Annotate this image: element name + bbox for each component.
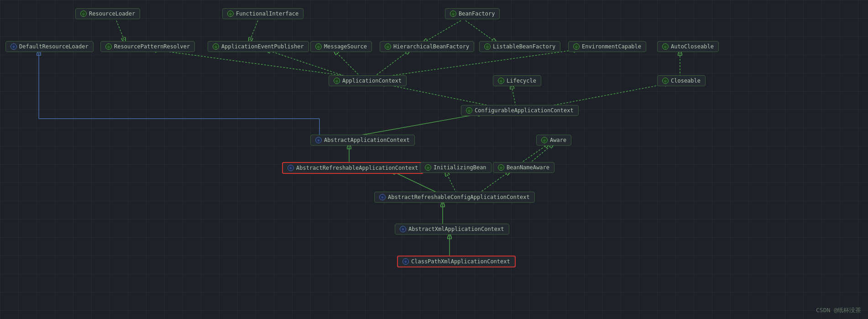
node-label-resource-pattern-resolver: ResourcePatternResolver [114, 43, 190, 50]
node-icon-abstract-xml-application-context: ⊕ [400, 226, 406, 232]
node-icon-application-event-publisher: ◎ [213, 43, 219, 50]
node-label-default-resource-loader: DefaultResourceLoader [19, 43, 89, 50]
node-icon-aware: ◎ [541, 137, 548, 143]
node-icon-environment-capable: ◎ [573, 43, 580, 50]
node-message-source[interactable]: ◎ MessageSource [310, 41, 372, 52]
svg-line-9 [333, 49, 361, 77]
node-label-initializing-bean: InitializingBean [434, 164, 486, 171]
node-environment-capable[interactable]: ◎ EnvironmentCapable [568, 41, 646, 52]
node-label-closeable: Closeable [671, 78, 701, 84]
node-icon-message-source: ◎ [315, 43, 322, 50]
node-application-context[interactable]: ◎ ApplicationContext [329, 75, 407, 86]
node-label-application-context: ApplicationContext [342, 78, 402, 84]
svg-line-5 [422, 21, 461, 43]
node-icon-abstract-refreshable-config-application-context: ⊕ [379, 194, 386, 200]
node-abstract-application-context[interactable]: ⊕ AbstractApplicationContext [310, 135, 415, 146]
svg-line-24 [445, 170, 456, 193]
node-label-aware: Aware [550, 137, 566, 143]
node-label-message-source: MessageSource [324, 43, 367, 50]
node-icon-lifecycle: ◎ [498, 78, 504, 84]
svg-line-7 [151, 49, 351, 77]
svg-line-25 [479, 170, 511, 193]
node-label-class-path-xml-application-context: ClassPathXmlApplicationContext [411, 258, 510, 265]
node-application-event-publisher[interactable]: ◎ ApplicationEventPublisher [208, 41, 309, 52]
node-label-bean-name-aware: BeanNameAware [507, 164, 549, 171]
svg-line-21 [529, 143, 554, 163]
node-bean-factory[interactable]: ◎ BeanFactory [445, 8, 500, 19]
node-label-application-event-publisher: ApplicationEventPublisher [221, 43, 304, 50]
node-abstract-refreshable-application-context[interactable]: ⊕ AbstractRefreshableApplicationContext [282, 162, 424, 174]
node-auto-closeable[interactable]: ◎ AutoCloseable [657, 41, 719, 52]
node-icon-bean-factory: ◎ [450, 10, 456, 17]
node-icon-abstract-application-context: ⊕ [315, 137, 322, 143]
node-closeable[interactable]: ◎ Closeable [657, 75, 706, 86]
node-label-abstract-refreshable-config-application-context: AbstractRefreshableConfigApplicationCont… [388, 194, 530, 200]
node-label-resource-loader: ResourceLoader [89, 10, 135, 17]
node-label-abstract-xml-application-context: AbstractXmlApplicationContext [408, 226, 504, 232]
node-icon-auto-closeable: ◎ [662, 43, 669, 50]
node-label-functional-interface: FunctionalInterface [236, 10, 298, 17]
node-bean-name-aware[interactable]: ◎ BeanNameAware [493, 162, 554, 173]
node-icon-resource-loader: ◎ [80, 10, 87, 17]
svg-line-14 [511, 83, 516, 106]
node-configurable-application-context[interactable]: ◎ ConfigurableApplicationContext [461, 105, 579, 116]
node-icon-listable-bean-factory: ◎ [484, 43, 491, 50]
svg-line-10 [374, 49, 411, 77]
node-icon-hierarchical-bean-factory: ◎ [385, 43, 391, 50]
node-label-hierarchical-bean-factory: HierarchicalBeanFactory [393, 43, 469, 50]
node-icon-functional-interface: ◎ [227, 10, 234, 17]
node-label-bean-factory: BeanFactory [459, 10, 495, 17]
svg-line-15 [548, 83, 671, 106]
node-listable-bean-factory[interactable]: ◎ ListableBeanFactory [479, 41, 560, 52]
node-icon-class-path-xml-application-context: ⊕ [403, 258, 409, 265]
node-label-abstract-application-context: AbstractApplicationContext [324, 137, 410, 143]
node-icon-application-context: ◎ [334, 78, 340, 84]
node-icon-bean-name-aware: ◎ [498, 164, 504, 171]
node-label-configurable-application-context: ConfigurableApplicationContext [475, 107, 574, 114]
node-icon-configurable-application-context: ◎ [466, 107, 472, 114]
node-initializing-bean[interactable]: ◎ InitializingBean [420, 162, 492, 173]
svg-line-6 [465, 21, 497, 43]
svg-line-16 [356, 113, 484, 136]
node-functional-interface[interactable]: ◎ FunctionalInterface [222, 8, 303, 19]
watermark: CSDN @纸杯没茶 [816, 306, 861, 314]
node-resource-loader[interactable]: ◎ ResourceLoader [75, 8, 140, 19]
node-class-path-xml-application-context[interactable]: ⊕ ClassPathXmlApplicationContext [397, 256, 516, 267]
node-label-abstract-refreshable-application-context: AbstractRefreshableApplicationContext [296, 165, 418, 171]
svg-line-4 [249, 21, 258, 43]
node-label-environment-capable: EnvironmentCapable [582, 43, 641, 50]
diagram-container: ◎ ResourceLoader ◎ FunctionalInterface ◎… [0, 0, 868, 319]
node-abstract-refreshable-config-application-context[interactable]: ⊕ AbstractRefreshableConfigApplicationCo… [374, 192, 535, 203]
node-default-resource-loader[interactable]: ⊕ DefaultResourceLoader [5, 41, 94, 52]
node-icon-resource-pattern-resolver: ◎ [105, 43, 112, 50]
node-icon-abstract-refreshable-application-context: ⊕ [288, 165, 294, 171]
node-aware[interactable]: ◎ Aware [536, 135, 571, 146]
svg-line-22 [520, 143, 550, 163]
svg-line-13 [379, 83, 493, 106]
node-abstract-xml-application-context[interactable]: ⊕ AbstractXmlApplicationContext [395, 224, 509, 235]
node-label-auto-closeable: AutoCloseable [671, 43, 714, 50]
node-label-listable-bean-factory: ListableBeanFactory [493, 43, 555, 50]
node-icon-closeable: ◎ [662, 78, 669, 84]
node-hierarchical-bean-factory[interactable]: ◎ HierarchicalBeanFactory [380, 41, 474, 52]
node-resource-pattern-resolver[interactable]: ◎ ResourcePatternResolver [100, 41, 195, 52]
node-icon-default-resource-loader: ⊕ [10, 43, 17, 50]
svg-line-11 [383, 49, 580, 77]
node-lifecycle[interactable]: ◎ Lifecycle [493, 75, 541, 86]
svg-line-8 [265, 49, 347, 77]
node-label-lifecycle: Lifecycle [507, 78, 536, 84]
svg-line-3 [116, 21, 125, 43]
node-icon-initializing-bean: ◎ [425, 164, 431, 171]
